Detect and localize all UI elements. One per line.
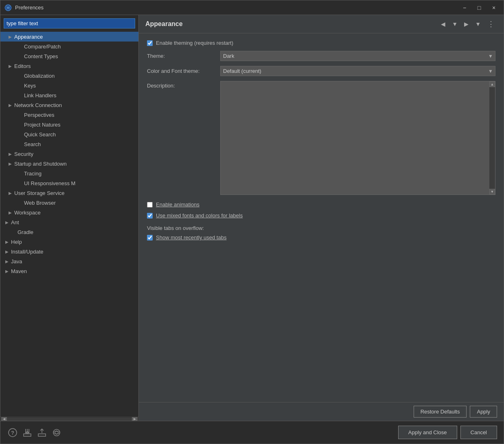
help-icon-button[interactable]: ? <box>7 427 18 438</box>
enable-animations-label[interactable]: Enable animations <box>156 201 199 208</box>
theme-label: Theme: <box>147 53 220 59</box>
bottom-actions: Apply and Close Cancel <box>398 426 497 439</box>
description-label: Description: <box>147 81 220 89</box>
apply-button[interactable]: Apply <box>470 406 497 418</box>
sidebar-item-perspectives[interactable]: Perspectives <box>0 110 138 120</box>
apply-close-button[interactable]: Apply and Close <box>398 426 457 439</box>
sidebar-item-maven[interactable]: ▶ Maven <box>0 266 138 276</box>
svg-point-9 <box>53 429 60 436</box>
expand-icon-ui <box>17 180 23 186</box>
horizontal-scrollbar[interactable]: ◀ ▶ <box>0 417 138 421</box>
restore-defaults-button[interactable]: Restore Defaults <box>414 406 467 418</box>
window-controls: − □ × <box>459 4 500 12</box>
description-box: ▲ ▼ <box>220 81 495 195</box>
sidebar-item-workspace[interactable]: ▶ Workspace <box>0 208 138 217</box>
enable-theming-checkbox[interactable] <box>147 40 153 46</box>
expand-icon-globalization <box>17 72 23 79</box>
theme-select[interactable]: Dark Light Default <box>220 51 495 61</box>
h-scroll-right[interactable]: ▶ <box>132 417 138 421</box>
enable-animations-checkbox[interactable] <box>147 202 153 208</box>
sidebar-item-startup[interactable]: ▶ Startup and Shutdown <box>0 159 138 168</box>
sidebar-item-gradle-label: Gradle <box>18 229 33 235</box>
sidebar-item-install-update[interactable]: ▶ Install/Update <box>0 247 138 256</box>
sidebar-item-user-storage[interactable]: ▶ User Storage Service <box>0 188 138 198</box>
sidebar-item-editors[interactable]: ▶ Editors <box>0 61 138 71</box>
panel-nav: ◀ ▼ ▶ ▼ ⋮ <box>438 19 497 29</box>
sidebar-item-keys[interactable]: Keys <box>0 81 138 90</box>
sidebar-item-maven-label: Maven <box>11 268 27 274</box>
preferences-settings-icon <box>52 428 61 437</box>
export-icon-button[interactable] <box>36 427 48 438</box>
cancel-button[interactable]: Cancel <box>460 426 497 439</box>
h-scroll-track[interactable] <box>7 418 132 421</box>
maximize-button[interactable]: □ <box>473 4 485 12</box>
description-scroll-track[interactable] <box>489 87 495 189</box>
sidebar-item-user-storage-label: User Storage Service <box>14 190 65 196</box>
color-font-control: Default (current) Classic High Contrast … <box>220 66 495 76</box>
visible-tabs-section: Visible tabs on overflow: Show most rece… <box>147 225 495 241</box>
sidebar-item-link-label: Link Handlers <box>24 92 57 98</box>
panel-header: Appearance ◀ ▼ ▶ ▼ ⋮ <box>139 15 504 33</box>
nav-back-button[interactable]: ◀ <box>438 19 448 29</box>
sidebar-item-ant[interactable]: ▶ Ant <box>0 217 138 227</box>
color-font-row: Color and Font theme: Default (current) … <box>147 66 495 76</box>
description-scroll-down[interactable]: ▼ <box>489 189 495 195</box>
color-font-select[interactable]: Default (current) Classic High Contrast <box>220 66 495 76</box>
enable-theming-label[interactable]: Enable theming (requires restart) <box>156 40 233 46</box>
sidebar-item-content-label: Content Types <box>24 53 58 59</box>
sidebar-item-help[interactable]: ▶ Help <box>0 237 138 247</box>
sidebar-item-security[interactable]: ▶ Security <box>0 149 138 159</box>
help-icon: ? <box>8 428 17 437</box>
sidebar-item-java[interactable]: ▶ Java <box>0 256 138 266</box>
preferences-icon-button[interactable] <box>51 427 62 438</box>
tree-container: ▶ Appearance Compare/Patch Content Types… <box>0 32 138 417</box>
sidebar-item-project-natures[interactable]: Project Natures <box>0 120 138 129</box>
theme-select-wrapper: Dark Light Default ▼ <box>220 51 495 61</box>
mixed-fonts-checkbox[interactable] <box>147 213 153 219</box>
description-scroll-up[interactable]: ▲ <box>489 81 495 87</box>
expand-icon-editors: ▶ <box>7 63 13 69</box>
expand-icon-java: ▶ <box>4 258 10 265</box>
window-title: Preferences <box>15 4 459 11</box>
sidebar-item-content-types[interactable]: Content Types <box>0 51 138 61</box>
sidebar-item-web-browser[interactable]: Web Browser <box>0 198 138 208</box>
minimize-button[interactable]: − <box>459 4 470 12</box>
sidebar-item-project-label: Project Natures <box>24 122 61 128</box>
svg-text:?: ? <box>11 430 14 436</box>
import-icon-button[interactable] <box>22 427 33 438</box>
h-scroll-left[interactable]: ◀ <box>1 417 7 421</box>
main-content: ▶ Appearance Compare/Patch Content Types… <box>0 15 504 421</box>
sidebar-item-compare-patch[interactable]: Compare/Patch <box>0 42 138 51</box>
sidebar-item-ui-responsiveness[interactable]: UI Responsiveness M <box>0 178 138 188</box>
expand-icon-search <box>17 141 23 147</box>
nav-forward-dropdown-button[interactable]: ▼ <box>473 19 483 29</box>
more-options-button[interactable]: ⋮ <box>485 19 497 29</box>
sidebar-item-web-label: Web Browser <box>24 200 56 206</box>
filter-input[interactable] <box>4 18 135 28</box>
sidebar-item-globalization[interactable]: Globalization <box>0 71 138 81</box>
sidebar-item-link-handlers[interactable]: Link Handlers <box>0 90 138 100</box>
sidebar-item-tracing[interactable]: Tracing <box>0 168 138 178</box>
sidebar-item-gradle[interactable]: Gradle <box>0 227 138 237</box>
show-recent-tabs-row: Show most recently used tabs <box>147 234 495 241</box>
nav-back-dropdown-button[interactable]: ▼ <box>449 19 460 29</box>
expand-icon-gradle <box>10 229 17 235</box>
mixed-fonts-label[interactable]: Use mixed fonts and colors for labels <box>156 212 243 219</box>
visible-tabs-label: Visible tabs on overflow: <box>147 225 495 231</box>
nav-forward-button[interactable]: ▶ <box>462 19 471 29</box>
sidebar-item-quick-search[interactable]: Quick Search <box>0 129 138 139</box>
sidebar-item-appearance[interactable]: ▶ Appearance <box>0 32 138 42</box>
preferences-window: Preferences − □ × ▶ Appearance <box>0 0 504 444</box>
right-panel: Appearance ◀ ▼ ▶ ▼ ⋮ Enable theming (req… <box>139 15 504 421</box>
sidebar-item-java-label: Java <box>11 258 22 265</box>
show-recent-tabs-label[interactable]: Show most recently used tabs <box>156 234 226 241</box>
sidebar-item-search[interactable]: Search <box>0 139 138 149</box>
expand-icon-compare <box>17 43 23 50</box>
sidebar-item-network[interactable]: ▶ Network Connection <box>0 100 138 110</box>
show-recent-tabs-checkbox[interactable] <box>147 235 153 241</box>
enable-animations-row: Enable animations <box>147 201 495 208</box>
sidebar-item-workspace-label: Workspace <box>14 210 41 216</box>
panel-title: Appearance <box>145 20 438 28</box>
enable-theming-row: Enable theming (requires restart) <box>147 40 495 46</box>
close-button[interactable]: × <box>488 4 500 12</box>
